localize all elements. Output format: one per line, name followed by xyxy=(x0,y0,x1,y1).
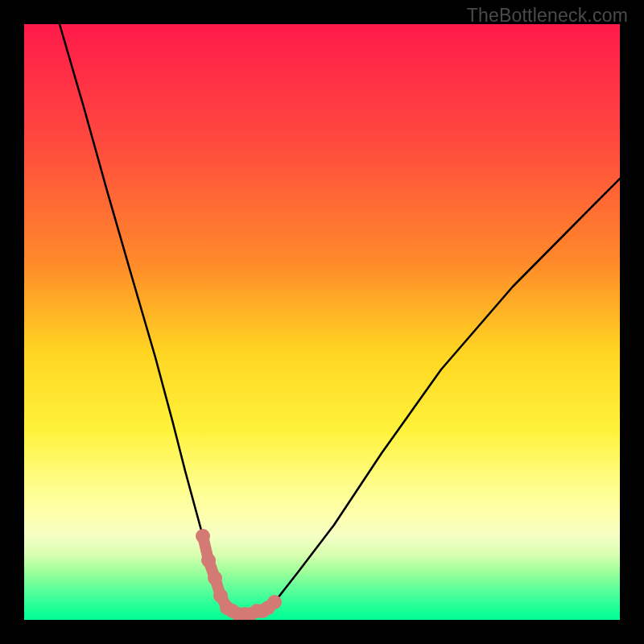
trough-dot xyxy=(208,571,222,585)
trough-dot xyxy=(201,553,216,568)
chart-container: TheBottleneck.com xyxy=(0,0,644,644)
plot-area xyxy=(24,24,620,620)
curve-svg xyxy=(24,24,620,620)
bottleneck-curve-path xyxy=(60,24,620,614)
trough-dot xyxy=(267,595,282,609)
trough-dot xyxy=(196,529,210,543)
watermark-text: TheBottleneck.com xyxy=(467,5,628,27)
